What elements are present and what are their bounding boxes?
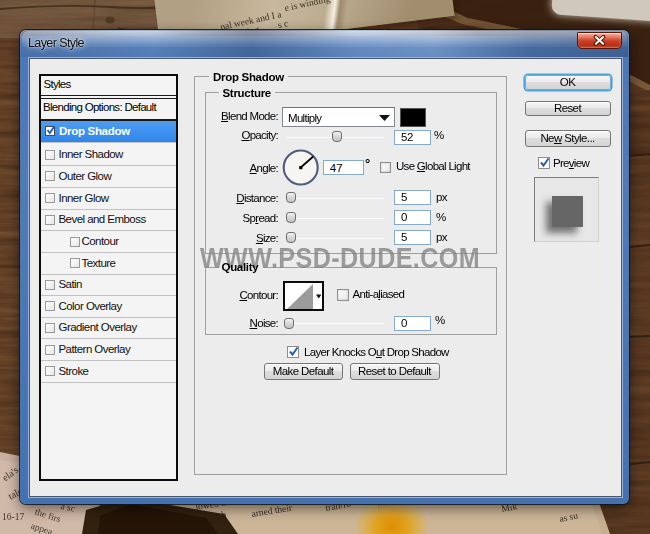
svg-text:16-17: 16-17 [2, 512, 24, 522]
